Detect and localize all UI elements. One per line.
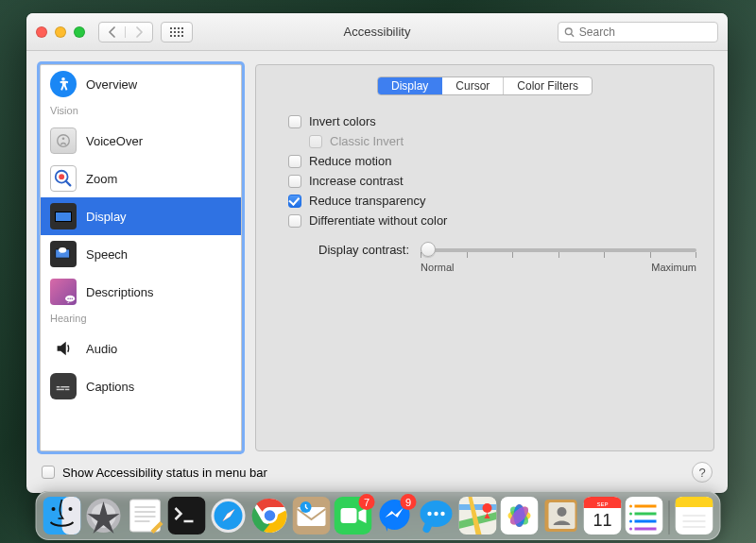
options-list: Invert colors Classic Invert Reduce moti… [273, 114, 696, 273]
svg-point-1 [61, 77, 65, 81]
forward-button[interactable] [126, 26, 152, 38]
slider-label: Display contrast: [318, 243, 409, 257]
option-increase-contrast[interactable]: Increase contrast [288, 174, 696, 188]
minimize-button[interactable] [55, 26, 66, 38]
dock-app-messages[interactable] [418, 497, 455, 535]
tab-color-filters[interactable]: Color Filters [504, 77, 592, 94]
option-label: Increase contrast [309, 174, 404, 188]
close-button[interactable] [36, 26, 47, 38]
svg-point-2 [58, 135, 70, 147]
svg-point-5 [59, 174, 64, 179]
sidebar-item-label: Speech [86, 247, 128, 262]
svg-point-43 [440, 512, 444, 516]
dock-app-chrome[interactable] [251, 497, 289, 535]
sidebar-group-vision: Vision [41, 103, 241, 122]
dock-separator [669, 501, 670, 535]
svg-rect-72 [676, 503, 713, 507]
option-label: Invert colors [309, 114, 376, 128]
titlebar: Accessibility [26, 13, 728, 51]
dock-app-messenger[interactable]: 9 [376, 497, 414, 535]
descriptions-icon [50, 279, 77, 305]
dock-app-terminal[interactable] [168, 497, 206, 535]
svg-point-41 [427, 512, 431, 516]
svg-point-55 [558, 507, 567, 517]
dock-app-facetime[interactable]: 7 [335, 497, 372, 535]
svg-point-66 [629, 505, 632, 508]
sidebar-item-label: Audio [86, 342, 117, 356]
sidebar-item-zoom[interactable]: Zoom [41, 160, 241, 197]
window-controls [36, 26, 85, 38]
option-label: Classic Invert [330, 134, 404, 148]
svg-rect-17 [62, 497, 81, 535]
dock-app-textedit[interactable] [127, 497, 164, 535]
search-input[interactable] [579, 25, 712, 39]
overview-icon [50, 71, 77, 97]
contrast-slider[interactable] [421, 248, 696, 252]
dock-app-calendar[interactable]: SEP11 [584, 497, 622, 535]
sidebar-item-label: Zoom [86, 172, 117, 186]
slider-thumb[interactable] [421, 242, 436, 257]
checkbox-reduce-transparency[interactable] [288, 195, 301, 208]
checkbox-classic-invert [309, 135, 322, 148]
option-label: Reduce transparency [309, 194, 426, 208]
svg-point-19 [69, 507, 73, 511]
sidebar-item-speech[interactable]: Speech [41, 235, 241, 273]
dock-app-photos[interactable] [501, 497, 539, 535]
sidebar-item-audio[interactable]: Audio [41, 330, 241, 367]
checkbox-invert-colors[interactable] [288, 115, 301, 128]
checkbox-differentiate[interactable] [288, 214, 301, 228]
audio-icon [50, 335, 77, 362]
option-classic-invert: Classic Invert [309, 134, 696, 148]
slider-max-label: Maximum [651, 262, 696, 273]
display-contrast-row: Display contrast: Normal Maximum [288, 243, 696, 273]
dock-app-notes[interactable] [676, 497, 713, 535]
dock-app-maps[interactable] [459, 497, 497, 535]
footer-checkbox-label: Show Accessibility status in menu bar [62, 466, 267, 480]
checkbox-menubar-status[interactable] [42, 466, 55, 479]
dock-app-finder[interactable] [43, 497, 81, 535]
sidebar-item-captions[interactable]: Captions [41, 367, 241, 405]
checkbox-increase-contrast[interactable] [288, 175, 301, 188]
svg-point-0 [565, 27, 572, 34]
facetime-badge: 7 [359, 494, 375, 510]
dock-app-contacts[interactable] [542, 497, 580, 535]
help-button[interactable]: ? [692, 462, 713, 483]
speech-icon [50, 241, 77, 267]
tab-bar: Display Cursor Color Filters [273, 76, 696, 95]
svg-rect-13 [60, 386, 69, 387]
option-reduce-motion[interactable]: Reduce motion [288, 154, 696, 168]
dock-app-launchpad[interactable] [85, 497, 123, 535]
sidebar-group-hearing: Hearing [41, 311, 241, 330]
svg-point-45 [483, 503, 492, 513]
sidebar-item-overview[interactable]: Overview [41, 65, 241, 103]
svg-point-42 [434, 512, 438, 516]
dock-app-reminders[interactable] [626, 497, 663, 535]
zoom-icon [50, 165, 77, 192]
zoom-button[interactable] [74, 26, 85, 38]
option-reduce-transparency[interactable]: Reduce transparency [288, 194, 696, 208]
sidebar-item-voiceover[interactable]: VoiceOver [41, 122, 241, 160]
sidebar-item-descriptions[interactable]: Descriptions [41, 273, 241, 311]
search-field[interactable] [558, 22, 718, 42]
option-differentiate[interactable]: Differentiate without color [288, 213, 696, 228]
back-button[interactable] [99, 26, 126, 38]
sidebar-item-display[interactable]: Display [41, 197, 241, 235]
dock: 7 9 SEP11 [36, 491, 721, 540]
checkbox-reduce-motion[interactable] [288, 155, 301, 168]
svg-point-11 [72, 297, 74, 299]
tab-cursor[interactable]: Cursor [442, 77, 504, 94]
svg-point-3 [62, 137, 65, 140]
accessibility-window: Accessibility Overview Vision VoiceOver [26, 13, 728, 493]
option-label: Differentiate without color [309, 213, 447, 228]
svg-text:11: 11 [593, 511, 611, 530]
svg-rect-15 [65, 389, 70, 390]
option-invert-colors[interactable]: Invert colors [288, 114, 696, 128]
tab-display[interactable]: Display [378, 77, 442, 94]
messenger-badge: 9 [401, 494, 417, 510]
svg-point-7 [59, 247, 66, 253]
dock-app-safari[interactable] [210, 497, 248, 535]
show-all-button[interactable] [161, 22, 193, 42]
svg-point-68 [629, 520, 632, 523]
nav-segment [98, 22, 153, 42]
dock-app-mail[interactable] [293, 497, 331, 535]
